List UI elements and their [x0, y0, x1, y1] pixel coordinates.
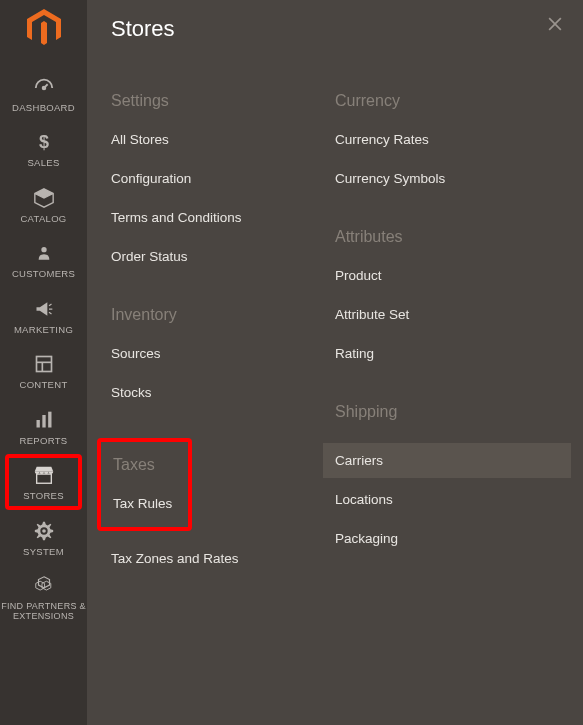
nav-reports[interactable]: REPORTS [0, 399, 87, 454]
nav-dashboard[interactable]: DASHBOARD [0, 66, 87, 121]
nav-partners[interactable]: FIND PARTNERS & EXTENSIONS [0, 565, 87, 630]
link-configuration[interactable]: Configuration [111, 171, 335, 186]
link-rating[interactable]: Rating [335, 346, 559, 361]
nav-label: FIND PARTNERS & EXTENSIONS [0, 602, 87, 622]
nav-label: DASHBOARD [12, 103, 75, 113]
magento-logo[interactable] [24, 8, 64, 48]
nav-marketing[interactable]: MARKETING [0, 288, 87, 343]
link-tax-zones[interactable]: Tax Zones and Rates [111, 551, 335, 566]
svg-text:$: $ [38, 132, 48, 152]
nav-sales[interactable]: $ SALES [0, 121, 87, 176]
megaphone-icon [33, 298, 55, 320]
dollar-icon: $ [35, 131, 53, 153]
link-stocks[interactable]: Stocks [111, 385, 335, 400]
nav-label: MARKETING [14, 325, 73, 335]
stores-panel: Stores Settings All Stores Configuration… [87, 0, 583, 725]
svg-rect-8 [42, 415, 45, 428]
panel-title: Stores [111, 16, 559, 42]
link-order-status[interactable]: Order Status [111, 249, 335, 264]
link-packaging[interactable]: Packaging [335, 531, 559, 546]
nav-label: CATALOG [20, 214, 66, 224]
nav-label: CUSTOMERS [12, 269, 75, 279]
section-currency-header: Currency [335, 92, 559, 110]
section-taxes-header: Taxes [113, 456, 176, 474]
section-inventory-header: Inventory [111, 306, 335, 324]
box-icon [33, 187, 55, 209]
gear-icon [33, 520, 55, 542]
link-tax-rules[interactable]: Tax Rules [113, 496, 176, 511]
nav-label: SYSTEM [23, 547, 64, 557]
layout-icon [34, 353, 54, 375]
nav-content[interactable]: CONTENT [0, 343, 87, 398]
person-icon [36, 242, 52, 264]
nav-label: STORES [23, 491, 64, 501]
svg-point-3 [41, 247, 46, 252]
nav-customers[interactable]: CUSTOMERS [0, 232, 87, 287]
nav-system[interactable]: SYSTEM [0, 510, 87, 565]
storefront-icon [32, 464, 56, 486]
link-currency-rates[interactable]: Currency Rates [335, 132, 559, 147]
nav-label: SALES [27, 158, 59, 168]
section-attributes-header: Attributes [335, 228, 559, 246]
nav-stores[interactable]: STORES [5, 454, 82, 509]
link-all-stores[interactable]: All Stores [111, 132, 335, 147]
close-button[interactable] [545, 14, 565, 38]
panel-column-left: Settings All Stores Configuration Terms … [111, 82, 335, 590]
nav-label: REPORTS [20, 436, 68, 446]
section-settings-header: Settings [111, 92, 335, 110]
boxes-icon [33, 575, 55, 597]
svg-rect-10 [36, 474, 51, 483]
dashboard-icon [33, 76, 55, 98]
nav-catalog[interactable]: CATALOG [0, 177, 87, 232]
svg-rect-9 [48, 411, 51, 427]
section-shipping-header: Shipping [335, 403, 559, 421]
svg-rect-7 [36, 420, 39, 428]
link-locations[interactable]: Locations [335, 492, 559, 507]
link-currency-symbols[interactable]: Currency Symbols [335, 171, 559, 186]
link-product[interactable]: Product [335, 268, 559, 283]
panel-column-right: Currency Currency Rates Currency Symbols… [335, 82, 559, 590]
link-carriers[interactable]: Carriers [323, 443, 571, 478]
taxes-highlight: Taxes Tax Rules [97, 438, 192, 531]
nav-label: CONTENT [19, 380, 67, 390]
link-terms-conditions[interactable]: Terms and Conditions [111, 210, 335, 225]
admin-sidebar: DASHBOARD $ SALES CATALOG CUSTOMERS MARK… [0, 0, 87, 725]
link-attribute-set[interactable]: Attribute Set [335, 307, 559, 322]
link-sources[interactable]: Sources [111, 346, 335, 361]
bar-chart-icon [34, 409, 54, 431]
svg-point-1 [42, 87, 45, 90]
svg-rect-4 [36, 357, 51, 372]
